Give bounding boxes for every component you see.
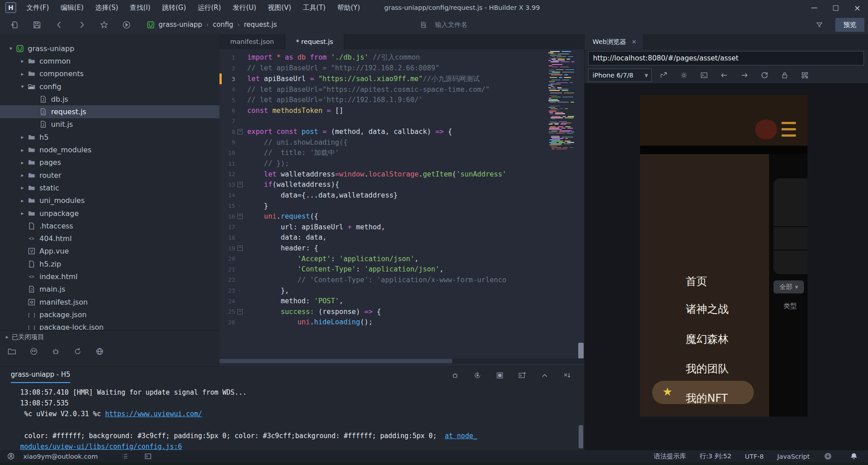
fold-marker-icon[interactable]: − xyxy=(235,214,245,219)
fold-marker-icon[interactable]: − xyxy=(235,182,245,187)
close-tab-icon[interactable]: ✕ xyxy=(632,39,636,45)
lock-icon[interactable] xyxy=(780,71,789,79)
code-line-7[interactable]: 7 xyxy=(219,116,584,127)
folder-panel-icon[interactable] xyxy=(7,347,16,356)
menu-item-2[interactable]: 选择(S) xyxy=(90,0,124,15)
tree-item-manifest.json[interactable]: manifest.json xyxy=(0,296,219,308)
tree-item-package-lock.json[interactable]: [ ]package-lock.json xyxy=(0,321,219,330)
wallet-pill[interactable] xyxy=(755,120,777,139)
new-console-icon[interactable] xyxy=(518,371,527,379)
chevron-right-icon[interactable]: ▸ xyxy=(18,134,27,140)
tree-item-App.vue[interactable]: VApp.vue xyxy=(0,245,219,258)
code-line-3[interactable]: 3let apiBaseUrl = "https://saol.xiao9ff.… xyxy=(219,73,584,84)
drawer-item-我的团队[interactable]: 我的团队 xyxy=(686,362,729,376)
menu-item-1[interactable]: 编辑(E) xyxy=(55,0,89,15)
tree-item-uni_modules[interactable]: ▸uni_modules xyxy=(0,194,219,207)
terminal-icon[interactable] xyxy=(143,452,152,460)
code-line-20[interactable]: 20 'Accept': 'application/json', xyxy=(219,254,584,264)
code-area[interactable]: 1import * as db from './db.js' //引入commo… xyxy=(219,49,584,361)
menu-item-3[interactable]: 查找(I) xyxy=(124,0,156,15)
code-line-17[interactable]: 17 url: apiBaseUrl + method, xyxy=(219,222,584,232)
code-line-1[interactable]: 1import * as db from './db.js' //引入commo… xyxy=(219,52,584,63)
close-button[interactable]: × xyxy=(847,0,868,15)
code-line-10[interactable]: 10 // title: '加载中' xyxy=(219,148,584,159)
console-link[interactable]: https://www.uviewui.com/ xyxy=(105,410,202,418)
run-icon[interactable] xyxy=(122,21,131,29)
code-line-26[interactable]: 26 uni.hideLoading(); xyxy=(219,317,584,328)
new-file-icon[interactable] xyxy=(10,21,19,29)
stop-icon[interactable] xyxy=(495,371,504,379)
minimap[interactable] xyxy=(547,51,576,151)
scrollbar-thumb[interactable] xyxy=(579,425,583,448)
fold-marker-icon[interactable]: − xyxy=(235,245,245,251)
back-icon[interactable] xyxy=(55,21,64,29)
code-line-5[interactable]: 5// let apiBaseUrl='http://192.168.1.9:6… xyxy=(219,95,584,106)
device-select[interactable]: iPhone 6/7/8 ▼ xyxy=(588,69,652,82)
code-line-8[interactable]: 8−export const post = (method, data, cal… xyxy=(219,126,584,137)
bug-icon[interactable] xyxy=(451,371,460,379)
drawer-item-我的NFT[interactable]: 我的NFT xyxy=(686,391,728,405)
tree-item-config[interactable]: ▾config xyxy=(0,80,219,93)
nav-forward-icon[interactable] xyxy=(740,71,749,79)
tree-item-pages[interactable]: ▸pages xyxy=(0,156,219,169)
tree-item-router[interactable]: ▸router xyxy=(0,169,219,181)
editor-vertical-scrollbar[interactable] xyxy=(578,49,584,348)
code-line-14[interactable]: 14 data={...data,walletaddress} xyxy=(219,190,584,201)
chevron-right-icon[interactable]: ▸ xyxy=(18,58,27,64)
filter-icon[interactable] xyxy=(815,21,824,29)
editor-tab-0[interactable]: manifest.json xyxy=(219,34,285,49)
chevron-right-icon[interactable]: ▸ xyxy=(18,210,27,216)
code-line-2[interactable]: 2// let apiBaseUrl = "http://192.168.2.6… xyxy=(219,63,584,74)
fold-marker-icon[interactable]: − xyxy=(235,129,245,134)
refresh-icon[interactable] xyxy=(760,71,769,79)
nav-back-icon[interactable] xyxy=(720,71,729,79)
tree-item-.htaccess[interactable]: .htaccess xyxy=(0,220,219,232)
file-search[interactable]: 输入文件名 xyxy=(419,15,468,34)
tree-item-404.html[interactable]: <>404.html xyxy=(0,232,219,245)
minimize-button[interactable]: — xyxy=(804,0,825,15)
code-line-23[interactable]: 23╴ }, xyxy=(219,285,584,296)
filter-all-dropdown[interactable]: 全部 ▼ xyxy=(773,280,804,293)
menu-item-6[interactable]: 发行(U) xyxy=(227,0,262,15)
menu-item-8[interactable]: 工具(T) xyxy=(297,0,331,15)
chevron-right-icon[interactable]: ▸ xyxy=(18,71,27,77)
tree-item-index.html[interactable]: <>index.html xyxy=(0,270,219,283)
editor-horizontal-scrollbar[interactable] xyxy=(219,358,584,364)
chevron-right-icon[interactable]: ▸ xyxy=(18,172,27,178)
bookmark-star-icon[interactable] xyxy=(99,21,108,29)
editor-tab-1[interactable]: * request.js xyxy=(285,34,344,49)
menu-item-5[interactable]: 运行(R) xyxy=(192,0,227,15)
fold-marker-icon[interactable]: − xyxy=(235,309,245,314)
chevron-right-icon[interactable]: ▸ xyxy=(18,159,27,166)
code-line-4[interactable]: 4// let apiBaseUrl="https://apitest.cosm… xyxy=(219,84,584,95)
emulator-icon[interactable] xyxy=(29,347,38,356)
breadcrumb-item-1[interactable]: config xyxy=(213,21,233,29)
tree-item-common[interactable]: ▸common xyxy=(0,55,219,67)
tree-item-package.json[interactable]: [ ]package.json xyxy=(0,308,219,321)
code-line-15[interactable]: 15╴ } xyxy=(219,201,584,211)
tree-item-unit.js[interactable]: Junit.js xyxy=(0,118,219,131)
drawer-item-诸神之战[interactable]: 诸神之战 xyxy=(686,302,729,316)
maximize-button[interactable]: □ xyxy=(825,0,847,15)
code-line-11[interactable]: 11 // }); xyxy=(219,158,584,169)
code-line-16[interactable]: 16− uni.request({ xyxy=(219,211,584,222)
code-line-24[interactable]: 24 method: 'POST', xyxy=(219,296,584,306)
restart-icon[interactable] xyxy=(473,371,482,379)
hamburger-menu-icon[interactable] xyxy=(782,122,796,137)
console-link[interactable]: at node_ xyxy=(445,432,477,440)
cursor-position[interactable]: 行:3 列:52 xyxy=(700,452,731,461)
tree-item-h5.zip[interactable]: h5.zip xyxy=(0,258,219,270)
chevron-right-icon[interactable]: ▸ xyxy=(18,185,27,191)
code-line-12[interactable]: 12 let walletaddress=window.localStorage… xyxy=(219,169,584,180)
clear-console-icon[interactable] xyxy=(563,371,572,379)
breadcrumb-item-2[interactable]: request.js xyxy=(244,21,277,29)
breadcrumb-item-0[interactable]: grass-uniapp xyxy=(159,21,202,29)
syntax-hint-lib[interactable]: 语法提示库 xyxy=(653,452,686,461)
chevron-down-icon[interactable]: ▾ xyxy=(18,83,27,90)
code-line-21[interactable]: 21 'Content-Type': 'application/json', xyxy=(219,264,584,275)
menu-item-0[interactable]: 文件(F) xyxy=(21,0,55,15)
devtools-console-icon[interactable] xyxy=(700,71,709,79)
code-line-6[interactable]: 6const methodsToken = [] xyxy=(219,105,584,116)
code-line-13[interactable]: 13− if(walletaddress){ xyxy=(219,180,584,190)
tree-item-node_modules[interactable]: ▸node_modules xyxy=(0,143,219,156)
